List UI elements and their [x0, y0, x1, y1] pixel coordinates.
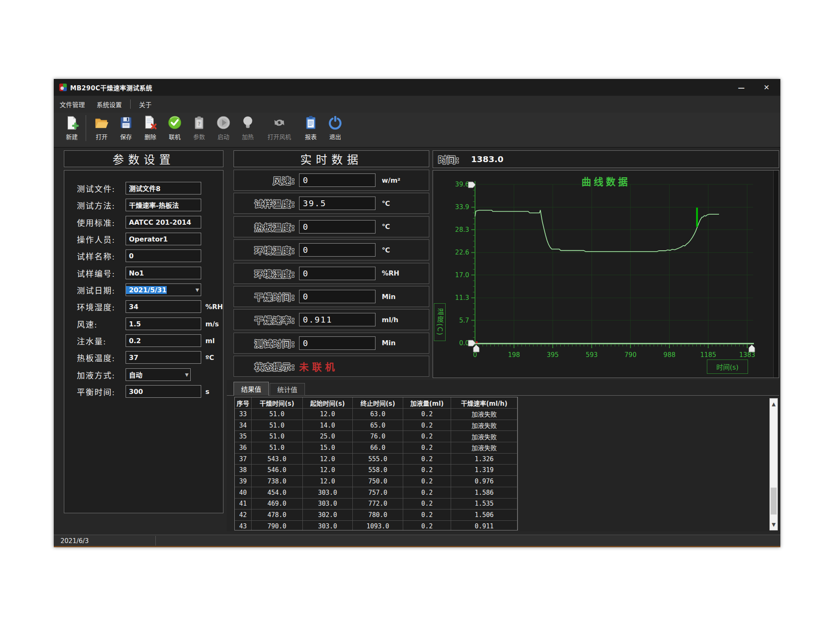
toolbar-button-8[interactable]: 加热: [236, 113, 260, 146]
param-field-value: AATCC 201-2014: [126, 218, 191, 226]
window-title: MB290C干燥速率测试系统: [70, 83, 152, 92]
menu-item-about[interactable]: 关于: [133, 96, 158, 113]
table-row[interactable]: 37543.012.0555.00.21.326: [235, 454, 517, 465]
toolbar-button-7[interactable]: 启动: [211, 113, 236, 146]
table-cell: 543.0: [252, 454, 303, 465]
chart-side-scrollbar[interactable]: [773, 171, 779, 378]
chevron-down-icon[interactable]: ▼: [196, 284, 199, 296]
y-tick-label: 0.0: [459, 339, 469, 347]
minimize-button[interactable]: —: [732, 79, 751, 96]
param-field-input[interactable]: 1.5 ▼: [126, 318, 201, 330]
realtime-label: 干燥时间:: [255, 286, 295, 307]
results-table[interactable]: 序号干燥时间(s)起始时间(s)终止时间(s)加液量(ml)干燥速率(ml/h)…: [234, 397, 518, 530]
toolbar-button-label: 新建: [66, 132, 78, 141]
toolbar-button-10[interactable]: 报表: [299, 113, 323, 146]
table-cell: 0.2: [403, 499, 452, 510]
scroll-up-icon[interactable]: ▲: [770, 399, 777, 410]
table-row[interactable]: 43790.0303.01093.00.20.911: [235, 521, 517, 530]
x-range-right-handle: [749, 345, 755, 352]
param-field-label: 热板温度:: [77, 351, 115, 364]
x-axis-label: 时间(s): [707, 360, 748, 374]
table-row[interactable]: 38546.012.0558.00.21.319: [235, 465, 517, 476]
table-cell: 303.0: [303, 499, 353, 510]
table-header-cell: 干燥速率(ml/h): [451, 397, 517, 409]
tab-statistics[interactable]: 统计值: [270, 383, 305, 396]
param-field-input[interactable]: 2021/5/31 ▼: [126, 284, 201, 296]
param-field-row: 试样名称: 0 ▼: [64, 249, 223, 262]
param-field-input[interactable]: 37 ▼: [126, 351, 201, 364]
x-range-left-handle: [473, 345, 479, 352]
realtime-value: 0: [299, 245, 309, 255]
tab-results[interactable]: 结果值: [234, 382, 269, 396]
chevron-down-icon[interactable]: ▼: [185, 369, 189, 381]
table-row[interactable]: 39738.012.0750.00.20.976: [235, 476, 517, 487]
y-range-bottom-handle: [468, 340, 475, 346]
scroll-down-icon[interactable]: ▼: [770, 519, 777, 530]
table-cell: 0.2: [403, 420, 452, 431]
toolbar-button-5[interactable]: 联机: [163, 113, 187, 146]
table-header-cell: 加液量(ml): [403, 397, 452, 409]
toolbar-button-4[interactable]: 删除: [138, 113, 163, 146]
table-cell: 757.0: [353, 487, 403, 499]
param-field-row: 环境湿度: 34 ▼ %RH: [64, 300, 223, 313]
realtime-unit: Min: [382, 286, 396, 307]
param-field-unit: ml: [205, 334, 215, 347]
param-field-input[interactable]: No1 ▼: [126, 267, 201, 279]
scroll-thumb[interactable]: [771, 488, 777, 514]
toolbar-button-1[interactable]: 新建: [60, 113, 84, 146]
table-row[interactable]: 40454.0303.0757.00.21.586: [235, 487, 517, 499]
toolbar-button-3[interactable]: 保存: [114, 113, 138, 146]
table-cell: 750.0: [353, 476, 403, 487]
toolbar-button-9[interactable]: 打开风机: [260, 113, 299, 146]
param-field-row: 注水量: 0.2 ▼ ml: [64, 334, 223, 347]
svg-text:?: ?: [198, 121, 201, 127]
param-field-value: 0.2: [126, 337, 141, 345]
table-row[interactable]: 41469.0303.0772.00.21.535: [235, 499, 517, 510]
param-field-input[interactable]: 300 ▼: [126, 385, 201, 398]
table-cell: 469.0: [252, 499, 303, 510]
table-cell: 790.0: [252, 521, 303, 530]
curve-chart[interactable]: 39.633.928.322.617.011.35.70.00198395593…: [433, 171, 780, 378]
table-cell: 454.0: [252, 487, 303, 499]
table-cell: 303.0: [303, 521, 353, 530]
param-field-input[interactable]: 自动 ▼: [126, 368, 191, 381]
realtime-value: 0: [299, 338, 309, 348]
table-cell: 39: [235, 476, 252, 487]
param-field-input[interactable]: 34 ▼: [126, 300, 201, 313]
table-row[interactable]: 42478.0302.0780.00.21.506: [235, 509, 517, 521]
y-tick-label: 17.0: [455, 271, 469, 279]
table-cell: 40: [235, 487, 252, 499]
param-field-row: 使用标准: AATCC 201-2014 ▼: [64, 216, 223, 228]
table-cell: 66.0: [353, 442, 403, 454]
table-row[interactable]: 3651.015.066.00.2加液失败: [235, 442, 517, 454]
table-row[interactable]: 3451.014.065.00.2加液失败: [235, 420, 517, 431]
save-floppy-icon: [118, 115, 134, 130]
param-field-input[interactable]: Operator1 ▼: [126, 233, 201, 245]
toolbar-button-11[interactable]: 退出: [323, 113, 347, 146]
table-row[interactable]: 3551.025.076.00.2加液失败: [235, 431, 517, 442]
toolbar-button-label: 加热: [242, 132, 254, 141]
table-cell: 1.535: [451, 499, 517, 510]
table-row[interactable]: 3351.012.063.00.2加液失败: [235, 409, 517, 420]
toolbar-button-label: 保存: [120, 132, 132, 141]
toolbar-button-2[interactable]: 打开: [89, 113, 114, 146]
toolbar-button-6[interactable]: ? 参数: [187, 113, 211, 146]
param-field-input[interactable]: 干燥速率-热板法 ▼: [126, 199, 201, 211]
menu-item-file[interactable]: 文件管理: [54, 96, 91, 113]
close-button[interactable]: ✕: [757, 79, 776, 96]
param-field-unit: m/s: [205, 318, 219, 330]
table-cell: 558.0: [353, 465, 403, 476]
toolbar-button-label: 删除: [144, 132, 156, 141]
param-field-input[interactable]: 测试文件8 ▼: [126, 182, 201, 194]
origin-marker: [476, 341, 478, 344]
table-cell: 0.2: [403, 454, 452, 465]
param-field-value: Operator1: [126, 235, 168, 243]
table-scrollbar[interactable]: ▲ ▼: [769, 398, 778, 530]
param-field-input[interactable]: 0.2 ▼: [126, 334, 201, 347]
table-cell: 0.2: [403, 521, 452, 530]
param-field-input[interactable]: AATCC 201-2014 ▼: [126, 216, 201, 228]
realtime-unit: w/m²: [382, 170, 400, 190]
y-tick-label: 11.3: [455, 294, 469, 302]
param-field-input[interactable]: 0 ▼: [126, 249, 201, 262]
menu-item-settings[interactable]: 系统设置: [91, 96, 128, 113]
